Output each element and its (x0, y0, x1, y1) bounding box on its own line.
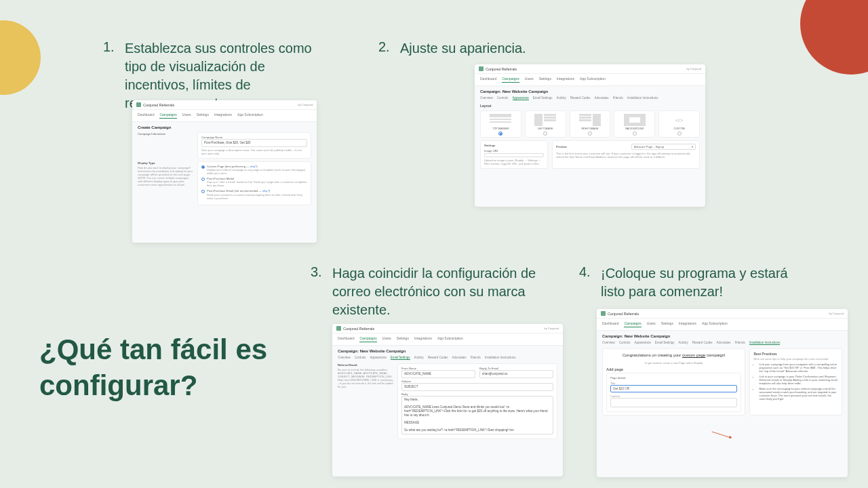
step-3: 3. Haga coincidir la configuración de co… (311, 264, 555, 319)
radio-icon (498, 131, 502, 136)
best-practices-intro: Here are some tips to help your campaign… (753, 357, 838, 361)
add-page-label: Add page (606, 367, 741, 372)
primary-nav: DashboardCampaignsUsersSettingsIntegrati… (332, 333, 563, 346)
app-logo-icon (479, 66, 484, 71)
app-logo-icon (336, 326, 341, 331)
primary-nav: DashboardCampaignsUsersSettingsIntegrati… (475, 74, 705, 86)
best-practice-item: Link your campaign from your navigation … (759, 363, 838, 373)
radio-icon (633, 131, 637, 136)
from-name-input[interactable]: ADVOCATE_NAME (401, 370, 475, 378)
annotation-arrow-icon (712, 431, 732, 438)
radio-icon (201, 178, 205, 181)
screenshot-email-settings: Conjured Referrals by Conjured Dashboard… (332, 324, 563, 476)
layout-label: Layout (480, 104, 700, 108)
page-title-input[interactable]: Get $20 Off! (610, 385, 737, 393)
image-url-hint: Upload an image to your Shopify → Settin… (484, 159, 544, 165)
option-post-purchase-modal[interactable]: Post-Purchase Modal Pop up a "refer a fr… (201, 177, 307, 187)
campaign-name-input[interactable]: Post-Purchase, Give $20, Get $20 (201, 139, 307, 147)
option-post-purchase-email[interactable]: Post-Purchase Email (not recommended — w… (201, 189, 307, 199)
referral-email-label: Referral Email: (338, 363, 393, 367)
nav-settings[interactable]: Settings (197, 113, 209, 119)
app-titlebar: Conjured Referrals by Conjured (332, 324, 563, 333)
option-custom-page[interactable]: Custom Page (best performing — why?) Dis… (201, 165, 307, 175)
image-url-input[interactable] (484, 153, 544, 157)
nav-campaigns[interactable]: Campaigns (159, 113, 176, 119)
body-textarea[interactable]: Hey there, ADVOCATE_NAME loves Conjured … (401, 396, 553, 434)
chevron-down-icon: ▾ (692, 145, 693, 148)
radio-icon (677, 131, 682, 136)
app-titlebar: Conjured Referrals by Conjured (132, 100, 317, 110)
preview-label: Preview (556, 145, 567, 148)
campaign-heading: Campaign: New Website Campaign (480, 89, 700, 94)
app-titlebar: Conjured Referrals by Conjured (475, 64, 705, 74)
settings-label: Settings (484, 144, 544, 147)
step-2-text: Ajuste su apariencia. (400, 39, 526, 58)
best-practices-title: Best Practices (753, 352, 838, 356)
step-4-num: 4. (579, 264, 593, 301)
decoration-circle-yellow (0, 20, 41, 95)
radio-icon (543, 131, 547, 136)
subject-input[interactable]: SUBJECT (401, 383, 553, 391)
get-started-text: To get started, create a new Page within… (606, 361, 741, 365)
campaign-subtabs: OverviewControlsAppearanceEmail Settings… (338, 356, 557, 360)
nav-subscription[interactable]: App Subscription (237, 113, 263, 119)
page-details-label: Page details (610, 376, 737, 380)
radio-icon (588, 131, 592, 136)
layout-right-image[interactable]: RIGHT IMAGE (570, 110, 611, 138)
layout-background[interactable]: BACKGROUND (614, 110, 655, 138)
screenshot-appearance: Conjured Referrals by Conjured Dashboard… (475, 64, 705, 207)
step-4-text: ¡Coloque su programa y estará listo para… (601, 264, 810, 301)
nav-users[interactable]: Users (182, 113, 191, 119)
app-byline: by Conjured (298, 103, 313, 106)
app-titlebar: Conjured Referrals by Conjured (597, 309, 848, 319)
reply-to-input[interactable]: chan@conjured.co (479, 370, 553, 378)
step-3-num: 3. (311, 264, 324, 319)
campaign-heading: Campaign: New Website Campaign (602, 334, 842, 338)
step-4: 4. ¡Coloque su programa y estará listo p… (579, 264, 810, 301)
layout-left-image[interactable]: LEFT IMAGE (525, 110, 566, 138)
primary-nav: Dashboard Campaigns Users Settings Integ… (132, 110, 317, 122)
preview-page-select[interactable]: Advocate Page – Signup▾ (631, 144, 696, 150)
best-practice-item: Make sure the messaging for your referra… (759, 387, 838, 401)
best-practice-item: Link to your campaign in your Order Conf… (759, 375, 838, 385)
decoration-circle-red (800, 0, 868, 75)
congratulations-message: Congratulations on creating your custom … (606, 353, 741, 359)
nav-integrations[interactable]: Integrations (214, 113, 232, 119)
headline: ¿Qué tan fácil es configurar? (39, 332, 290, 403)
primary-nav: DashboardCampaignsUsersSettingsIntegrati… (597, 319, 848, 331)
image-url-label: Image URL (484, 149, 544, 152)
preview-text: This is the first screen your customer w… (556, 152, 696, 159)
step-3-text: Haga coincidir la configuración de corre… (332, 264, 555, 319)
create-campaign-heading: Create Campaign (138, 125, 311, 129)
layout-top-banner[interactable]: TOP BANNER (480, 110, 521, 138)
campaign-name-hint: Give your campaign a descriptive name. T… (201, 148, 307, 155)
screenshot-installation: Conjured Referrals by Conjured Dashboard… (597, 309, 848, 477)
display-type-desc: How do you want to display your campaign… (138, 166, 193, 186)
nav-dashboard[interactable]: Dashboard (138, 113, 154, 119)
screenshot-controls: Conjured Referrals by Conjured Dashboard… (132, 100, 317, 243)
layout-custom[interactable]: </> CUSTOM (658, 110, 700, 138)
app-logo-icon (136, 102, 141, 107)
step-2: 2. Ajuste su apariencia. (378, 39, 568, 58)
app-title: Conjured Referrals (143, 103, 174, 107)
radio-icon (201, 190, 205, 193)
referral-email-desc: Be sure to include the following variabl… (338, 368, 393, 388)
campaign-heading: Campaign: New Website Campaign (338, 349, 557, 353)
campaign-subtabs: OverviewControlsAppearanceEmail Settings… (602, 341, 842, 345)
radio-icon (201, 165, 205, 169)
layout-options: TOP BANNER LEFT IMAGE RIGHT IMAGE BACKGR… (480, 110, 700, 138)
step-1-num: 1. (103, 39, 117, 113)
campaign-subtabs: OverviewControlsAppearanceEmail Settings… (480, 96, 700, 100)
campaign-info-label: Campaign Information (138, 132, 193, 161)
app-logo-icon (601, 311, 606, 316)
page-content-input[interactable] (610, 398, 737, 407)
display-type-label: Display Type (138, 161, 193, 165)
step-2-num: 2. (378, 39, 392, 58)
